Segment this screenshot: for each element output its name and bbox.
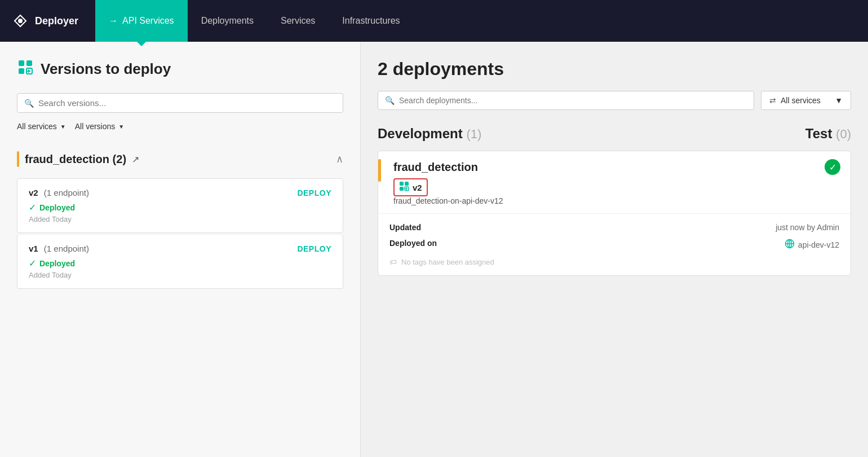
- added-date-v2: Added Today: [29, 215, 331, 223]
- tags-text: No tags have been assigned: [401, 258, 494, 266]
- version-badge-text: v2: [413, 183, 422, 192]
- arrow-down-icon: ▼: [60, 124, 66, 130]
- dep-instance-name: fraud_detection-on-api-dev-v12: [388, 196, 840, 208]
- service-title: fraud_detection (2): [25, 153, 126, 166]
- navbar: Deployer → API Services Deployments Serv…: [0, 0, 868, 42]
- dep-info-updated: Updated just now by Admin: [389, 223, 839, 232]
- collapse-button[interactable]: ∧: [336, 153, 343, 165]
- endpoint-count-v2: (1 endpoint): [44, 188, 89, 197]
- nav-services-label: Services: [281, 16, 315, 26]
- tag-icon: 🏷: [389, 258, 397, 266]
- version-row-v1: v1 (1 endpoint) DEPLOY: [29, 244, 331, 253]
- nav-item-api-services[interactable]: → API Services: [95, 0, 188, 42]
- nav-item-infrastructures[interactable]: Infrastructures: [329, 0, 413, 42]
- added-date-v1: Added Today: [29, 271, 331, 279]
- all-services-filter[interactable]: All services ▼: [17, 122, 66, 131]
- search-icon-right: 🔍: [385, 96, 395, 105]
- version-label-v1: v1 (1 endpoint): [29, 244, 89, 253]
- updated-value: just now by Admin: [776, 223, 839, 232]
- external-link-icon[interactable]: ↗: [132, 154, 139, 165]
- right-panel: 2 deployments 🔍 ⇄ All services ▼ Develop…: [361, 42, 868, 457]
- nav-item-deployments[interactable]: Deployments: [188, 0, 267, 42]
- svg-rect-1: [19, 60, 24, 66]
- svg-rect-7: [400, 187, 404, 191]
- search-icon: 🔍: [24, 99, 34, 108]
- services-filter-label: All services: [781, 96, 821, 105]
- env-count-development: (1): [466, 127, 481, 141]
- status-row-v2: ✓ Deployed: [29, 202, 331, 213]
- endpoint-count-v1: (1 endpoint): [44, 244, 89, 253]
- deployed-on-value: api-dev-v12: [798, 240, 839, 249]
- deployments-search-input[interactable]: [399, 96, 747, 105]
- main-content: Versions to deploy 🔍 All services ▼ All …: [0, 42, 868, 457]
- nav-deployments-label: Deployments: [201, 16, 254, 26]
- infra-icon: [785, 239, 795, 251]
- services-filter-dropdown[interactable]: ⇄ All services ▼: [761, 91, 851, 110]
- env-headers: Development (1) Test (0): [378, 126, 851, 142]
- search-filter-row: 🔍 ⇄ All services ▼: [378, 91, 851, 110]
- brand-icon: [11, 12, 29, 30]
- dep-left-bar: [378, 159, 381, 182]
- arrow-down-icon-2: ▼: [118, 124, 124, 130]
- env-title-development: Development (1): [378, 126, 481, 142]
- deployments-search-box[interactable]: 🔍: [378, 91, 754, 110]
- nav-item-services[interactable]: Services: [267, 0, 329, 42]
- all-services-label: All services: [17, 122, 57, 131]
- deployed-on-value-row: api-dev-v12: [785, 239, 839, 251]
- updated-label: Updated: [389, 223, 421, 232]
- nav-arrow-icon: →: [109, 16, 118, 26]
- left-panel-title-text: Versions to deploy: [41, 60, 171, 78]
- status-row-v1: ✓ Deployed: [29, 258, 331, 269]
- version-row-v2: v2 (1 endpoint) DEPLOY: [29, 188, 331, 197]
- versions-icon: [17, 59, 34, 80]
- deployments-title: 2 deployments: [378, 59, 851, 80]
- dropdown-arrow-icon: ▼: [835, 96, 843, 105]
- nav-infrastructures-label: Infrastructures: [342, 16, 400, 26]
- env-count-test: (0): [836, 127, 851, 141]
- versions-search-input[interactable]: [38, 98, 336, 108]
- svg-rect-3: [19, 68, 24, 74]
- status-deployed-v1: Deployed: [39, 259, 75, 268]
- service-name-row: fraud_detection (2) ↗: [17, 151, 139, 167]
- nav-api-services-label: API Services: [122, 16, 174, 26]
- env-title-test: Test (0): [805, 126, 851, 142]
- svg-point-0: [18, 19, 23, 23]
- svg-rect-2: [26, 60, 32, 66]
- version-card-v2: v2 (1 endpoint) DEPLOY ✓ Deployed Added …: [17, 178, 343, 233]
- status-deployed-v2: Deployed: [39, 203, 75, 212]
- all-versions-filter[interactable]: All versions ▼: [75, 122, 125, 131]
- left-panel-title: Versions to deploy: [17, 59, 343, 80]
- service-bar: [17, 151, 19, 167]
- service-section-fraud-detection: fraud_detection (2) ↗ ∧ v2 (1 endpoint): [17, 144, 343, 289]
- filter-icon: ⇄: [769, 96, 776, 105]
- brand: Deployer: [11, 12, 90, 30]
- svg-rect-5: [400, 182, 404, 186]
- tags-row: 🏷 No tags have been assigned: [389, 258, 839, 266]
- filter-row: All services ▼ All versions ▼: [17, 122, 343, 131]
- version-card-v1: v1 (1 endpoint) DEPLOY ✓ Deployed Added …: [17, 234, 343, 289]
- dep-body: Updated just now by Admin Deployed on: [378, 214, 851, 275]
- all-versions-label: All versions: [75, 122, 116, 131]
- versions-search-box[interactable]: 🔍: [17, 93, 343, 113]
- version-badge-icon: [399, 181, 409, 194]
- version-cards-container: v2 (1 endpoint) DEPLOY ✓ Deployed Added …: [17, 178, 343, 289]
- version-badge[interactable]: v2: [393, 178, 428, 196]
- left-panel: Versions to deploy 🔍 All services ▼ All …: [0, 42, 361, 457]
- dep-service-name: fraud_detection: [388, 161, 478, 174]
- version-label-v2: v2 (1 endpoint): [29, 188, 89, 197]
- brand-label: Deployer: [35, 15, 78, 27]
- deployed-on-label: Deployed on: [389, 239, 437, 251]
- svg-rect-6: [405, 182, 409, 186]
- service-header: fraud_detection (2) ↗ ∧: [17, 144, 343, 174]
- success-badge: ✓: [825, 159, 840, 175]
- deploy-button-v1[interactable]: DEPLOY: [297, 244, 331, 253]
- check-icon-v1: ✓: [29, 258, 36, 269]
- dep-info-deployed-on: Deployed on api-dev-v12: [389, 239, 839, 251]
- check-icon-v2: ✓: [29, 202, 36, 213]
- deployment-card-fraud-detection: fraud_detection ✓: [378, 151, 851, 276]
- deploy-button-v2[interactable]: DEPLOY: [297, 188, 331, 197]
